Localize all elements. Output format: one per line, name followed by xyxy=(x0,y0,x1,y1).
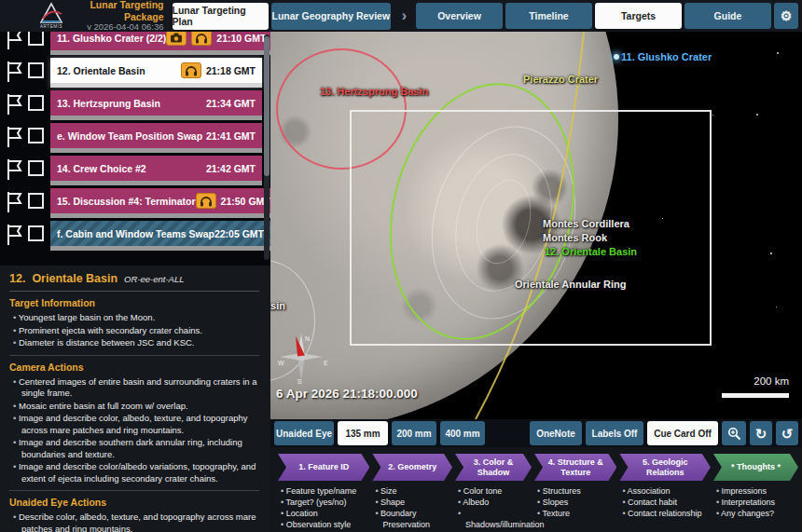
checkbox[interactable] xyxy=(28,128,44,143)
list-item-cabin-window-swap[interactable]: f. Cabin and Window Teams Swap 22:05 GMT xyxy=(0,221,270,251)
section-target-information: Target Information Youngest large basin … xyxy=(9,292,259,349)
list-item-glushko[interactable]: 11. Glushko Crater (2/2) 21:10 GMT xyxy=(0,32,270,55)
item-title: 13. Hertzsprung Basin xyxy=(57,98,160,109)
rotate-ccw-icon[interactable]: ↺ xyxy=(776,421,798,445)
zoom-magnifier-icon[interactable] xyxy=(722,421,746,445)
item-title: 12. Orientale Basin xyxy=(57,65,145,76)
target-detail-panel: 12. Orientale Basin OR-ee-ent-ALL Target… xyxy=(0,263,270,532)
item-time: 21:10 GMT xyxy=(216,33,266,44)
flag-icon[interactable] xyxy=(0,90,28,116)
label-orientale-basin: 12. Orientale Basin xyxy=(545,246,637,257)
checklist-bullet: Interpretations xyxy=(713,497,798,508)
item-time: 21:41 GMT xyxy=(206,130,256,142)
compass-e: E xyxy=(324,360,328,366)
checkbox[interactable] xyxy=(28,193,44,209)
checklist-bullet: Contact habit xyxy=(619,497,710,508)
list-item-crew-choice[interactable]: 14. Crew Choice #2 21:42 GMT xyxy=(0,156,270,185)
list-item-window-team-swap[interactable]: e. Window Team Position Swap 21:41 GMT xyxy=(0,123,270,153)
app-title: Lunar Targeting Package xyxy=(73,0,164,22)
label-hertzsprung-basin: 13. Hertzsprung Basin xyxy=(320,86,428,97)
checklist-bullet: Association xyxy=(619,485,710,497)
checklist-heading: * Thoughts * xyxy=(713,454,798,481)
detail-bullet: Image and describe color, albedo, textur… xyxy=(9,413,259,436)
section-unaided-eye-actions: Unaided Eye Actions Describe color, albe… xyxy=(9,490,259,532)
checklist-bullet: Impressions xyxy=(713,485,798,497)
item-time: 22:05 GMT xyxy=(214,228,264,239)
detail-bullet: Describe color, albedo, texture, and top… xyxy=(9,512,259,532)
scrollbar-thumb[interactable] xyxy=(264,36,270,176)
observation-checklist: 1. Feature ID Feature type/name Target? … xyxy=(270,447,802,532)
top-bar: ARTEMIS Lunar Targeting Package v 2026-0… xyxy=(0,0,802,32)
checklist-bullet: Target? (yes/no) xyxy=(278,497,369,508)
flag-icon[interactable] xyxy=(0,32,28,50)
checklist-bullet: Location xyxy=(278,508,369,519)
checklist-heading: 4. Structure & Texture xyxy=(534,454,616,481)
list-scrollbar[interactable] xyxy=(264,34,270,260)
cue-card-toggle-button[interactable]: Cue Card Off xyxy=(647,421,718,445)
lens-200mm-button[interactable]: 200 mm xyxy=(392,421,436,445)
checkbox[interactable] xyxy=(28,62,44,78)
moon-3d-view[interactable]: 11. Glushko Crater Pierazzo Crater 13. H… xyxy=(270,32,802,419)
settings-gear-icon[interactable]: ⚙ xyxy=(774,3,798,29)
flag-icon[interactable] xyxy=(0,123,28,148)
camera-field-of-view-rect xyxy=(350,110,712,346)
tab-lunar-targeting-plan[interactable]: Lunar Targeting Plan xyxy=(173,3,269,30)
tab-overview[interactable]: Overview xyxy=(416,3,503,29)
checklist-geometry: 2. Geometry Size Shape Boundary Preserva… xyxy=(372,454,452,532)
item-title: f. Cabin and Window Teams Swap xyxy=(57,228,214,239)
detail-bullet: Image and describe southern dark annular… xyxy=(9,437,259,460)
checklist-bullet: Color tone xyxy=(455,485,532,497)
checklist-feature-id: 1. Feature ID Feature type/name Target? … xyxy=(278,454,369,532)
checkbox[interactable] xyxy=(28,32,44,46)
list-item-orientale-selected[interactable]: 12. Orientale Basin 21:18 GMT xyxy=(0,58,270,88)
compass-n: N xyxy=(305,335,310,342)
checkbox[interactable] xyxy=(28,225,44,241)
headphones-icon xyxy=(191,32,212,46)
tab-guide[interactable]: Guide xyxy=(684,3,771,29)
flag-icon[interactable] xyxy=(0,156,28,181)
checklist-structure-texture: 4. Structure & Texture Structures Slopes… xyxy=(534,454,616,532)
item-time: 21:50 GMT xyxy=(221,196,270,207)
rotate-cw-icon[interactable]: ↻ xyxy=(750,421,772,445)
checklist-bullet: Boundary Preservation xyxy=(372,508,452,530)
checklist-bullet: Observation style xyxy=(278,519,369,530)
tab-targets[interactable]: Targets xyxy=(595,3,682,29)
lens-135mm-button[interactable]: 135 mm xyxy=(338,421,388,445)
checklist-bullet: Size xyxy=(372,485,452,497)
detail-title: Orientale Basin xyxy=(32,272,118,285)
headphones-icon xyxy=(196,193,216,209)
list-item-hertzsprung[interactable]: 13. Hertzsprung Basin 21:34 GMT xyxy=(0,90,270,120)
onenote-button[interactable]: OneNote xyxy=(530,421,582,445)
detail-bullet: Youngest large basin on the Moon. xyxy=(9,312,259,324)
detail-number: 12. xyxy=(9,272,25,285)
list-item-discussion-terminator[interactable]: 15. Discussion #4: Terminator 21:50 GMT xyxy=(0,188,270,218)
item-time: 21:42 GMT xyxy=(206,163,256,174)
tab-timeline[interactable]: Timeline xyxy=(505,3,592,29)
labels-toggle-button[interactable]: Labels Off xyxy=(586,421,643,445)
label-montes-rook: Montes Rook xyxy=(543,232,607,243)
section-heading: Unaided Eye Actions xyxy=(9,497,259,508)
item-time: 21:18 GMT xyxy=(206,65,256,76)
checklist-heading: 5. Geologic Relations xyxy=(619,454,710,481)
checkbox[interactable] xyxy=(28,95,44,111)
compass-w: W xyxy=(278,360,284,366)
checkbox[interactable] xyxy=(28,160,44,176)
checklist-thoughts: * Thoughts * Impressions Interpretations… xyxy=(713,454,798,532)
checklist-bullet: Shape xyxy=(372,497,452,508)
flag-icon[interactable] xyxy=(0,58,28,83)
checklist-bullet: Albedo xyxy=(455,497,532,508)
scale-label: 200 km xyxy=(722,375,789,387)
checklist-bullet: Any changes? xyxy=(713,508,798,519)
detail-bullet: Prominent ejecta with secondary crater c… xyxy=(9,325,259,337)
item-title: 11. Glushko Crater (2/2) xyxy=(57,33,166,44)
tab-lunar-geography-review[interactable]: Lunar Geography Review xyxy=(271,3,391,30)
checklist-bullet: Shadows/illumination xyxy=(455,508,532,530)
checklist-bullet: Contact relationship xyxy=(619,508,710,519)
flag-icon[interactable] xyxy=(0,188,28,213)
chevron-next-icon[interactable]: › xyxy=(402,7,407,24)
lens-400mm-button[interactable]: 400 mm xyxy=(440,421,485,445)
lens-unaided-eye-button[interactable]: Unaided Eye xyxy=(274,421,334,445)
flag-icon[interactable] xyxy=(0,221,28,246)
detail-bullet: Mosaic entire basin at full zoom w/ over… xyxy=(9,401,259,413)
checklist-heading: 2. Geometry xyxy=(372,454,452,481)
